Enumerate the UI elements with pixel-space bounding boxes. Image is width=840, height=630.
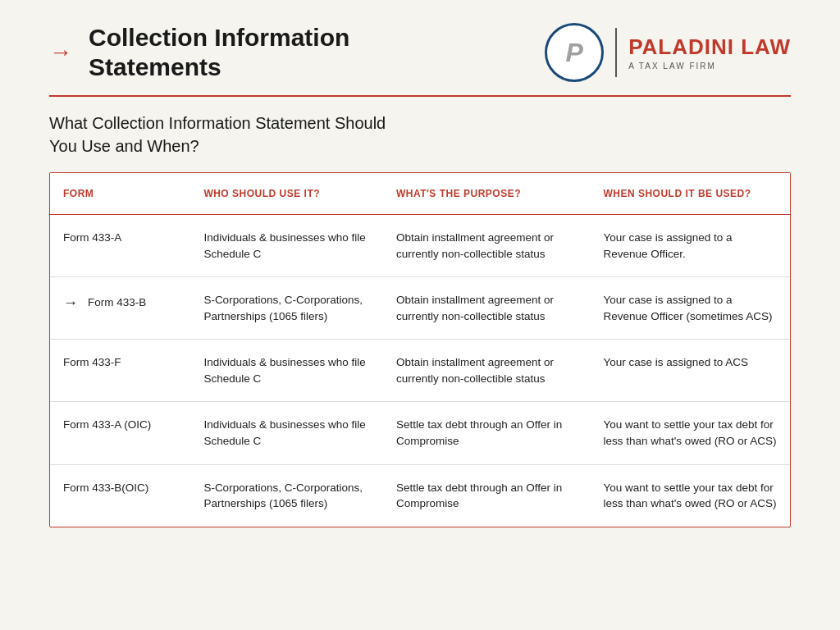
- logo-area: P PALADINI LAW A TAX LAW FIRM: [545, 23, 791, 82]
- cell-purpose-3: Settle tax debt through an Offer in Comp…: [383, 402, 591, 464]
- table-header-row: FORM WHO SHOULD USE IT? WHAT'S THE PURPO…: [50, 173, 790, 215]
- cell-purpose-2: Obtain installment agreement or currentl…: [383, 340, 591, 402]
- page-header: → Collection InformationStatements P PAL…: [0, 0, 840, 95]
- cell-when-3: You want to settle your tax debt for les…: [590, 402, 790, 464]
- table-row: →Form 433-BS-Corporations, C-Corporation…: [50, 277, 790, 340]
- page-title: Collection InformationStatements: [89, 23, 349, 82]
- cell-purpose-1: Obtain installment agreement or currentl…: [383, 277, 591, 340]
- cell-when-1: Your case is assigned to a Revenue Offic…: [590, 277, 790, 340]
- info-table: FORM WHO SHOULD USE IT? WHAT'S THE PURPO…: [50, 173, 790, 527]
- header-left: → Collection InformationStatements: [49, 23, 349, 82]
- page-subtitle: What Collection Information Statement Sh…: [0, 97, 840, 172]
- cell-who-0: Individuals & businesses who file Schedu…: [190, 215, 383, 277]
- main-content: FORM WHO SHOULD USE IT? WHAT'S THE PURPO…: [49, 172, 791, 527]
- logo-subtitle: A TAX LAW FIRM: [628, 62, 791, 71]
- col-header-when: WHEN SHOULD IT BE USED?: [590, 173, 790, 215]
- logo-name: PALADINI LAW: [628, 34, 791, 60]
- logo-divider: [615, 28, 617, 77]
- table-row: Form 433-FIndividuals & businesses who f…: [50, 340, 790, 402]
- cell-who-3: Individuals & businesses who file Schedu…: [190, 402, 383, 464]
- cell-when-0: Your case is assigned to a Revenue Offic…: [590, 215, 790, 277]
- logo-text: PALADINI LAW A TAX LAW FIRM: [628, 34, 791, 71]
- cell-who-4: S-Corporations, C-Corporations, Partners…: [190, 464, 383, 527]
- logo-circle: P: [545, 23, 604, 82]
- logo-name-part2: LAW: [741, 34, 791, 59]
- logo-name-part1: PALADINI: [628, 34, 734, 59]
- cell-purpose-4: Settle tax debt through an Offer in Comp…: [383, 464, 591, 527]
- cell-when-4: You want to settle your tax debt for les…: [590, 464, 790, 527]
- cell-who-1: S-Corporations, C-Corporations, Partners…: [190, 277, 383, 340]
- cell-who-2: Individuals & businesses who file Schedu…: [190, 340, 383, 402]
- header-arrow-icon: →: [49, 41, 72, 64]
- cell-form-3: Form 433-A (OIC): [50, 402, 190, 464]
- col-header-purpose: WHAT'S THE PURPOSE?: [383, 173, 591, 215]
- row-arrow-icon: →: [63, 292, 78, 313]
- cell-purpose-0: Obtain installment agreement or currentl…: [383, 215, 591, 277]
- col-header-who: WHO SHOULD USE IT?: [190, 173, 383, 215]
- table-row: Form 433-B(OIC)S-Corporations, C-Corpora…: [50, 464, 790, 527]
- logo-letter: P: [565, 38, 582, 68]
- cell-form-2: Form 433-F: [50, 340, 190, 402]
- table-row: Form 433-AIndividuals & businesses who f…: [50, 215, 790, 277]
- cell-form-1: →Form 433-B: [50, 277, 190, 340]
- cell-form-4: Form 433-B(OIC): [50, 464, 190, 527]
- table-row: Form 433-A (OIC)Individuals & businesses…: [50, 402, 790, 464]
- cell-form-0: Form 433-A: [50, 215, 190, 277]
- col-header-form: FORM: [50, 173, 190, 215]
- cell-when-2: Your case is assigned to ACS: [590, 340, 790, 402]
